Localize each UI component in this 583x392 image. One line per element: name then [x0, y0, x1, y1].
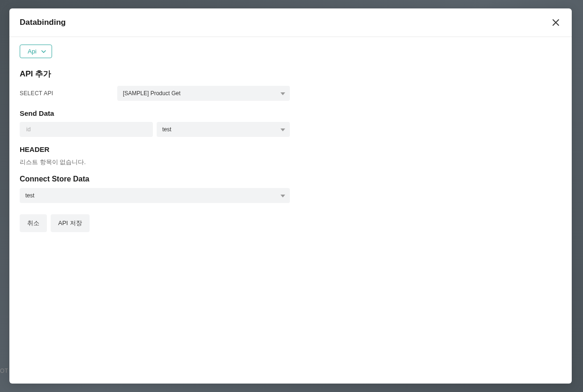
- header-empty-message: 리스트 항목이 없습니다.: [20, 158, 561, 166]
- select-api-value: [SAMPLE] Product Get: [123, 90, 181, 97]
- type-selector-label: Api: [28, 48, 37, 55]
- modal-body: Api API 추가 SELECT API [SAMPLE] Product G…: [9, 37, 572, 384]
- modal-header: Databinding: [9, 8, 572, 37]
- header-section-title: HEADER: [20, 145, 561, 153]
- send-data-placeholder: id: [26, 126, 30, 133]
- connect-store-section-title: Connect Store Data: [20, 175, 561, 183]
- chevron-down-icon: [41, 49, 46, 54]
- select-api-label: SELECT API: [20, 90, 117, 97]
- send-data-value-dropdown[interactable]: test: [157, 122, 290, 137]
- dropdown-arrow-icon: [280, 90, 285, 97]
- send-data-row: id test: [20, 122, 561, 137]
- send-data-key-input[interactable]: id: [20, 122, 153, 137]
- select-api-row: SELECT API [SAMPLE] Product Get: [20, 86, 561, 101]
- modal-title: Databinding: [20, 18, 66, 27]
- background-partial-text: OT: [0, 368, 8, 374]
- dropdown-arrow-icon: [280, 126, 285, 133]
- type-selector-dropdown[interactable]: Api: [20, 45, 52, 58]
- connect-store-dropdown[interactable]: test: [20, 188, 290, 203]
- cancel-button[interactable]: 취소: [20, 214, 47, 232]
- connect-store-value: test: [25, 192, 34, 199]
- databinding-modal: Databinding Api API 추가 SELECT API [SAMPL…: [9, 8, 572, 384]
- send-data-value: test: [162, 126, 171, 133]
- button-row: 취소 API 저장: [20, 214, 561, 232]
- close-icon[interactable]: [551, 18, 560, 27]
- select-api-dropdown[interactable]: [SAMPLE] Product Get: [117, 86, 290, 101]
- save-api-button[interactable]: API 저장: [51, 214, 90, 232]
- add-api-section-title: API 추가: [20, 68, 561, 79]
- dropdown-arrow-icon: [280, 192, 285, 199]
- send-data-section-title: Send Data: [20, 109, 561, 117]
